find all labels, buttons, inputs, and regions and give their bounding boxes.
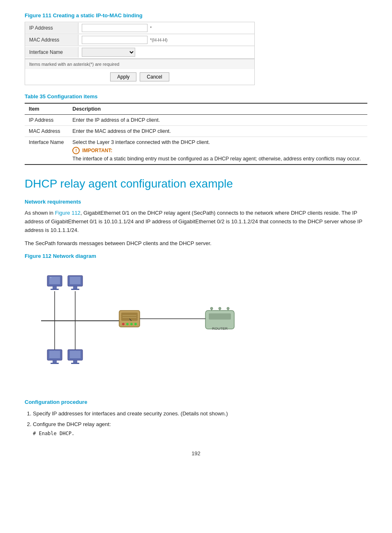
step-2-sub: # Enable DHCP. [33,431,74,436]
table-35-container: Table 35 Configuration items Item Descri… [25,93,367,165]
ip-address-input[interactable] [82,24,148,32]
important-icon: ! [72,147,80,154]
svg-rect-8 [71,289,79,290]
interface-name-row: Interface Name [25,46,254,59]
config-procedure-section: Configuration procedure Specify IP addre… [25,399,367,438]
ip-address-field: * [78,22,254,34]
interface-name-label: Interface Name [25,47,78,58]
table-header-row: Item Description [25,103,367,115]
network-requirements-title: Network requirements [25,199,367,205]
svg-rect-10 [49,351,60,358]
col-description: Description [68,103,367,115]
svg-rect-14 [70,351,81,358]
procedure-list: Specify IP addresses for interfaces and … [33,409,367,438]
important-box: ! IMPORTANT: [72,147,363,154]
mac-address-input[interactable] [82,36,148,44]
svg-point-21 [130,323,133,325]
svg-point-19 [122,323,125,325]
mac-address-field: *(H-H-H) [78,34,254,46]
svg-rect-27 [209,313,231,320]
desc-line2: The interface of a static binding entry … [72,156,363,162]
mac-address-label: MAC Address [25,35,78,45]
svg-rect-16 [71,363,79,364]
svg-point-31 [210,307,213,310]
section-heading: DHCP relay agent configuration example [25,177,367,190]
important-label: IMPORTANT: [82,148,112,153]
network-requirements-paragraph2: The SecPath forwards messages between DH… [25,239,367,248]
desc-ip: Enter the IP address of a DHCP client. [68,115,367,126]
svg-rect-11 [53,360,57,363]
desc-line1: Select the Layer 3 interface connected w… [72,139,363,145]
pc1-icon [47,276,62,290]
table-row: IP Address Enter the IP address of a DHC… [25,115,367,126]
network-diagram: ROUTER [25,263,367,387]
pc3-icon [47,350,62,364]
table-35-title: Table 35 Configuration items [25,93,367,100]
interface-name-field [78,46,254,58]
svg-rect-18 [121,313,138,321]
mac-hint: *(H-H-H) [150,37,168,42]
form-footer-note: Items marked with an asterisk(*) are req… [25,59,254,69]
col-item: Item [25,103,68,115]
figure-112-container: Figure 112 Network diagram [25,253,367,387]
form-buttons-row: Apply Cancel [25,69,254,85]
config-table: Item Description IP Address Enter the IP… [25,103,367,165]
config-procedure-title: Configuration procedure [25,399,367,405]
svg-point-32 [219,307,221,310]
cancel-button[interactable]: Cancel [140,72,169,81]
svg-rect-6 [70,277,81,284]
procedure-step-2: Configure the DHCP relay agent: # Enable… [33,420,367,438]
item-ip: IP Address [25,115,68,126]
desc-interface: Select the Layer 3 interface connected w… [68,137,367,165]
pc2-icon [68,276,83,290]
table-row: MAC Address Enter the MAC address of the… [25,126,367,137]
item-interface: Interface Name [25,137,68,165]
svg-point-20 [126,323,129,325]
svg-rect-3 [51,289,59,290]
svg-point-33 [227,307,229,310]
pc4-icon [68,350,83,364]
ip-address-row: IP Address * [25,22,254,34]
svg-point-22 [134,323,137,325]
network-requirements-section: Network requirements As shown in Figure … [25,199,367,248]
procedure-step-1: Specify IP addresses for interfaces and … [33,409,367,418]
figure-111-title: Figure 111 Creating a static IP-to-MAC b… [25,12,367,19]
figure-112-link[interactable]: Figure 112 [55,210,81,216]
figure-111-container: Figure 111 Creating a static IP-to-MAC b… [25,12,367,85]
svg-rect-1 [49,277,60,284]
page-number: 192 [25,450,367,457]
item-mac: MAC Address [25,126,68,137]
diagram-svg: ROUTER [25,267,279,382]
mac-address-row: MAC Address *(H-H-H) [25,34,254,46]
svg-rect-2 [53,286,57,289]
svg-text:ROUTER: ROUTER [212,327,228,331]
svg-rect-7 [73,286,77,289]
router-icon: ROUTER [205,307,234,331]
svg-rect-15 [73,360,77,363]
ip-asterisk: * [150,25,152,30]
interface-name-select[interactable] [82,48,135,57]
ip-address-label: IP Address [25,23,78,33]
figure-112-title: Figure 112 Network diagram [25,253,367,259]
network-requirements-paragraph1: As shown in Figure 112, GigabitEthernet … [25,209,367,234]
svg-rect-12 [51,363,59,364]
table-row: Interface Name Select the Layer 3 interf… [25,137,367,165]
static-binding-form: IP Address * MAC Address *(H-H-H) Interf… [25,22,255,85]
apply-button[interactable]: Apply [110,72,136,81]
desc-mac: Enter the MAC address of the DHCP client… [68,126,367,137]
